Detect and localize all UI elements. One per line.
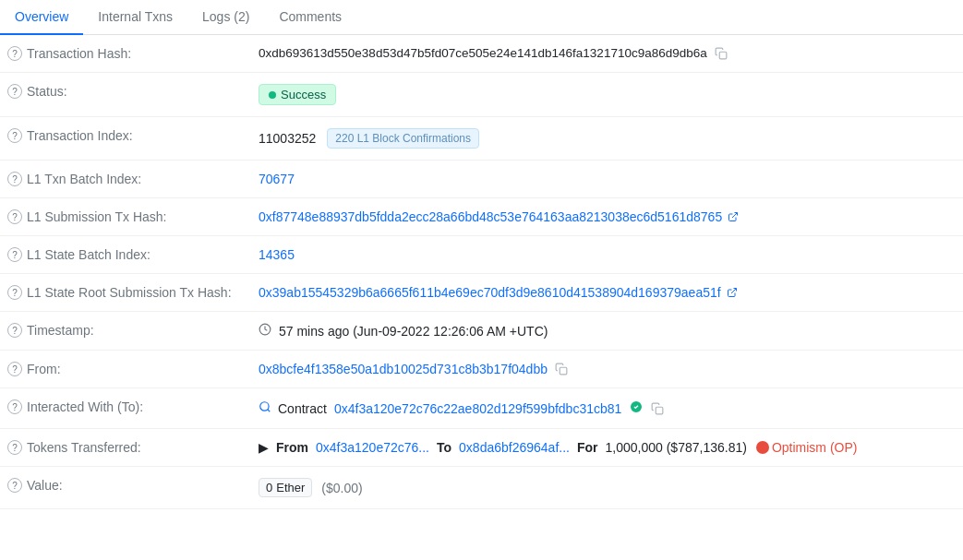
value-label: ? Value:: [0, 478, 259, 493]
l1-state-batch-link[interactable]: 14365: [259, 247, 295, 262]
copy-contract-icon[interactable]: [651, 402, 664, 415]
value-usd: ($0.00): [321, 481, 362, 495]
l1-submission-label: ? L1 Submission Tx Hash:: [0, 209, 259, 224]
tabs-container: Overview Internal Txns Logs (2) Comments: [0, 0, 963, 35]
tab-overview[interactable]: Overview: [0, 0, 83, 35]
token-to-link[interactable]: 0x8da6bf26964af...: [459, 440, 570, 455]
transaction-hash-label: ? Transaction Hash:: [0, 46, 259, 61]
tab-logs[interactable]: Logs (2): [187, 0, 264, 35]
l1-submission-value: 0xf87748e88937db5fdda2ecc28a66bd48c53e76…: [259, 209, 963, 224]
contract-icon: [259, 400, 271, 416]
svg-line-6: [268, 410, 271, 412]
clock-icon: [259, 323, 271, 339]
token-from-link[interactable]: 0x4f3a120e72c76...: [316, 440, 429, 455]
from-label: ? From:: [0, 362, 259, 376]
transaction-index-value: 11003252 220 L1 Block Confirmations: [259, 128, 963, 149]
help-icon-from[interactable]: ?: [7, 362, 22, 376]
external-link-icon-l1-submission: [728, 211, 739, 222]
tab-internal-txns[interactable]: Internal Txns: [83, 0, 187, 35]
help-icon-value[interactable]: ?: [7, 478, 22, 493]
svg-line-1: [732, 213, 738, 219]
l1-state-batch-row: ? L1 State Batch Index: 14365: [0, 236, 963, 274]
timestamp-value: 57 mins ago (Jun-09-2022 12:26:06 AM +UT…: [259, 323, 963, 339]
l1-state-root-row: ? L1 State Root Submission Tx Hash: 0x39…: [0, 274, 963, 312]
tab-comments[interactable]: Comments: [264, 0, 356, 35]
optimism-token-link[interactable]: Optimism (OP): [772, 440, 858, 455]
l1-txn-batch-value: 70677: [259, 172, 963, 186]
interacted-with-value: Contract 0x4f3a120e72c76c22ae802d129f599…: [259, 399, 963, 417]
transaction-hash-row: ? Transaction Hash: 0xdb693613d550e38d53…: [0, 35, 963, 73]
help-icon-tokens[interactable]: ?: [7, 440, 22, 455]
help-icon-l1-submission[interactable]: ?: [7, 209, 22, 224]
help-icon-timestamp[interactable]: ?: [7, 323, 22, 338]
l1-state-root-value: 0x39ab15545329b6a6665f611b4e69ec70df3d9e…: [259, 285, 963, 300]
svg-rect-0: [719, 52, 727, 59]
svg-line-2: [731, 289, 737, 294]
from-row: ? From: 0x8bcfe4f1358e50a1db10025d731c8b…: [0, 351, 963, 388]
svg-rect-4: [560, 367, 567, 375]
transfer-arrow-icon: ▶: [259, 440, 269, 455]
interacted-with-label: ? Interacted With (To):: [0, 399, 259, 414]
help-icon-l1-state-root[interactable]: ?: [7, 285, 22, 300]
copy-from-icon[interactable]: [555, 363, 568, 375]
help-icon-interacted[interactable]: ?: [7, 399, 22, 414]
timestamp-row: ? Timestamp: 57 mins ago (Jun-09-2022 12…: [0, 312, 963, 351]
transaction-hash-value: 0xdb693613d550e38d53d47b5fd07ce505e24e14…: [259, 46, 963, 60]
l1-state-root-label: ? L1 State Root Submission Tx Hash:: [0, 285, 259, 300]
tokens-transferred-label: ? Tokens Transferred:: [0, 440, 259, 455]
status-row: ? Status: Success: [0, 73, 963, 117]
from-address-link[interactable]: 0x8bcfe4f1358e50a1db10025d731c8b3b17f04d…: [259, 362, 548, 376]
svg-point-5: [260, 402, 269, 411]
timestamp-label: ? Timestamp:: [0, 323, 259, 338]
value-row: ? Value: 0 Ether ($0.00): [0, 467, 963, 509]
help-icon-l1-batch[interactable]: ?: [7, 172, 22, 186]
l1-txn-batch-label: ? L1 Txn Batch Index:: [0, 172, 259, 186]
verified-icon: [629, 399, 644, 417]
l1-submission-link[interactable]: 0xf87748e88937db5fdda2ecc28a66bd48c53e76…: [259, 209, 722, 224]
help-icon-tx-hash[interactable]: ?: [7, 46, 22, 61]
svg-rect-8: [656, 407, 664, 414]
help-icon-tx-index[interactable]: ?: [7, 128, 22, 143]
transaction-index-row: ? Transaction Index: 11003252 220 L1 Blo…: [0, 117, 963, 161]
tokens-transferred-row: ? Tokens Transferred: ▶ From 0x4f3a120e7…: [0, 429, 963, 467]
transaction-index-label: ? Transaction Index:: [0, 128, 259, 143]
tokens-transferred-value: ▶ From 0x4f3a120e72c76... To 0x8da6bf269…: [259, 440, 963, 455]
l1-submission-row: ? L1 Submission Tx Hash: 0xf87748e88937d…: [0, 198, 963, 236]
status-label: ? Status:: [0, 84, 259, 99]
l1-state-batch-label: ? L1 State Batch Index:: [0, 247, 259, 262]
l1-txn-batch-row: ? L1 Txn Batch Index: 70677: [0, 161, 963, 198]
help-icon-l1-state-batch[interactable]: ?: [7, 247, 22, 262]
ether-badge: 0 Ether: [259, 478, 312, 497]
interacted-with-row: ? Interacted With (To): Contract 0x4f3a1…: [0, 388, 963, 429]
from-value: 0x8bcfe4f1358e50a1db10025d731c8b3b17f04d…: [259, 362, 963, 376]
block-confirmations-badge: 220 L1 Block Confirmations: [327, 128, 479, 149]
l1-state-root-link[interactable]: 0x39ab15545329b6a6665f611b4e69ec70df3d9e…: [259, 285, 721, 300]
copy-tx-hash-icon[interactable]: [715, 47, 728, 60]
optimism-badge: Optimism (OP): [756, 440, 858, 455]
status-badge: Success: [259, 84, 336, 105]
external-link-icon-l1-state-root: [727, 287, 738, 298]
info-table: ? Transaction Hash: 0xdb693613d550e38d53…: [0, 35, 963, 509]
optimism-dot: [756, 441, 769, 454]
l1-txn-batch-link[interactable]: 70677: [259, 172, 295, 186]
help-icon-status[interactable]: ?: [7, 84, 22, 99]
contract-address-link[interactable]: 0x4f3a120e72c76c22ae802d129f599bfdbc31cb…: [334, 401, 621, 416]
status-value: Success: [259, 84, 963, 105]
value-amount: 0 Ether ($0.00): [259, 478, 963, 497]
status-dot: [269, 91, 276, 99]
l1-state-batch-value: 14365: [259, 247, 963, 262]
